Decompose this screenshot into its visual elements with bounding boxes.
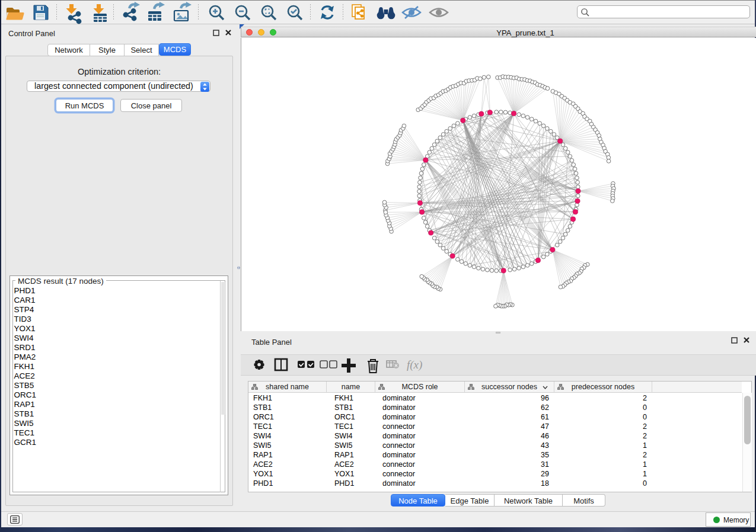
svg-text:f(x): f(x)	[407, 358, 422, 371]
